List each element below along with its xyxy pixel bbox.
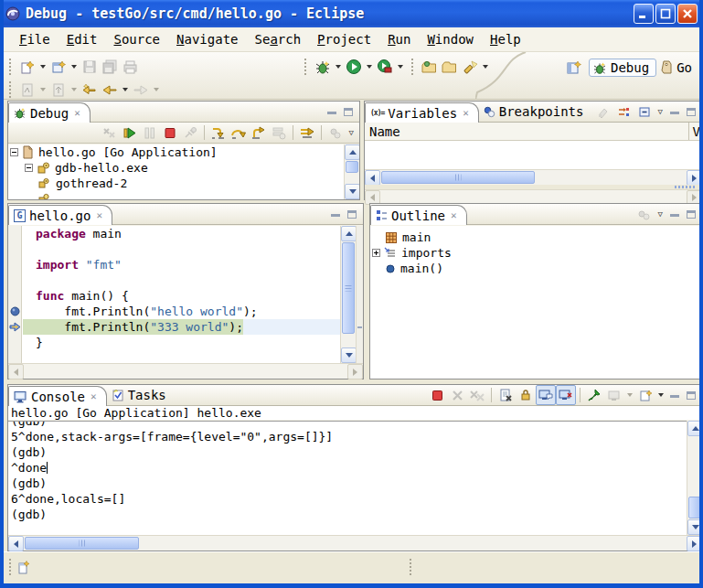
collapse-expander-icon[interactable] xyxy=(25,164,33,172)
fast-view-icon[interactable] xyxy=(16,560,31,578)
maximize-view-icon[interactable] xyxy=(347,210,357,219)
show-on-stdout-icon[interactable] xyxy=(536,385,556,405)
toolbar-grip[interactable] xyxy=(9,59,13,75)
variables-hscrollbar[interactable] xyxy=(365,169,702,185)
save-button[interactable] xyxy=(80,57,100,77)
scroll-down-icon[interactable] xyxy=(341,347,357,363)
forward-button[interactable] xyxy=(131,80,151,100)
view-menu-icon[interactable]: ▽ xyxy=(658,107,663,116)
scrollbar-thumb[interactable] xyxy=(688,497,701,519)
detail-pane-hscrollbar[interactable] xyxy=(365,189,702,204)
terminate-icon[interactable] xyxy=(160,123,180,143)
maximize-button[interactable] xyxy=(655,4,676,24)
scroll-up-icon[interactable] xyxy=(687,421,703,436)
view-menu-icon[interactable]: ▽ xyxy=(658,209,663,219)
step-return-icon[interactable] xyxy=(249,123,269,143)
tree-row-clipped[interactable] xyxy=(8,191,359,199)
back-dropdown[interactable] xyxy=(122,88,128,91)
tree-row[interactable]: gothread-2 xyxy=(8,176,359,191)
toggle-mark-occurrences-button[interactable] xyxy=(17,80,37,100)
maximize-view-icon[interactable] xyxy=(687,108,696,116)
use-step-filters-icon[interactable] xyxy=(297,123,317,143)
run-button[interactable] xyxy=(344,57,364,77)
scrollbar-thumb[interactable] xyxy=(381,171,535,184)
minimize-view-icon[interactable] xyxy=(670,395,679,398)
close-button[interactable] xyxy=(677,4,698,24)
close-icon[interactable]: ✕ xyxy=(463,107,469,119)
open-type-button[interactable] xyxy=(420,57,440,77)
scroll-down-icon[interactable] xyxy=(687,519,703,535)
tree-row[interactable]: hello.go [Go Application] xyxy=(8,144,359,160)
maximize-view-icon[interactable] xyxy=(687,391,696,400)
run-dropdown[interactable] xyxy=(367,65,372,69)
step-over-icon[interactable] xyxy=(229,123,249,143)
back-button[interactable] xyxy=(100,80,120,100)
debug-tree[interactable]: hello.go [Go Application] gdb-hello.exe … xyxy=(8,144,359,199)
maximize-view-icon[interactable] xyxy=(687,210,696,219)
clear-console-icon[interactable] xyxy=(495,385,516,405)
tab-outline[interactable]: Outline ✕ xyxy=(370,205,467,225)
close-icon[interactable]: ✕ xyxy=(96,209,102,221)
console-hscrollbar[interactable] xyxy=(8,535,702,551)
toolbar-grip[interactable] xyxy=(304,59,308,75)
overview-ruler[interactable] xyxy=(356,226,363,363)
outline-tree[interactable]: main imports main() xyxy=(370,226,702,379)
remove-terminated-icon[interactable] xyxy=(100,123,120,143)
minimize-view-icon[interactable] xyxy=(331,214,340,217)
breakpoint-icon[interactable] xyxy=(10,305,20,319)
close-icon[interactable]: ✕ xyxy=(451,209,457,221)
tab-console[interactable]: Console ✕ xyxy=(8,386,107,406)
debug-tree-vscrollbar[interactable] xyxy=(344,144,359,199)
collapse-all-icon[interactable] xyxy=(634,102,655,122)
open-console-icon[interactable] xyxy=(635,385,655,405)
statusbar-grip[interactable] xyxy=(9,559,13,575)
suspend-icon[interactable] xyxy=(140,123,160,143)
search-dropdown[interactable] xyxy=(483,65,488,69)
save-all-button[interactable] xyxy=(100,57,120,77)
forward-dropdown[interactable] xyxy=(154,88,159,91)
perspective-debug-button[interactable]: Debug xyxy=(589,59,656,77)
close-icon[interactable]: ✕ xyxy=(74,107,80,119)
scroll-left-icon[interactable] xyxy=(365,170,380,186)
pin-console-icon[interactable] xyxy=(584,385,604,405)
scrollbar-thumb[interactable] xyxy=(342,242,355,334)
view-management-icon[interactable] xyxy=(325,123,346,143)
new-wizard-dropdown[interactable] xyxy=(40,65,46,69)
perspective-go-button[interactable]: Go xyxy=(660,60,692,75)
menu-window[interactable]: Window xyxy=(419,30,482,48)
editor-hscrollbar[interactable] xyxy=(8,363,363,379)
collapse-expander-icon[interactable] xyxy=(10,148,18,156)
column-name[interactable]: Name xyxy=(365,124,400,139)
maximize-view-icon[interactable] xyxy=(344,108,353,116)
scroll-up-icon[interactable] xyxy=(341,226,357,241)
scrollbar-thumb[interactable] xyxy=(346,161,358,173)
tab-variables[interactable]: (x)= Variables ✕ xyxy=(365,102,479,123)
new-wizard-button[interactable] xyxy=(17,57,37,77)
scroll-down-icon[interactable] xyxy=(345,184,359,199)
menu-source[interactable]: Source xyxy=(105,30,168,48)
scroll-lock-icon[interactable] xyxy=(516,385,536,405)
tab-breakpoints[interactable]: Breakpoints xyxy=(479,102,597,122)
debug-launch-dropdown[interactable] xyxy=(336,65,341,69)
next-annotation-button[interactable] xyxy=(48,80,69,100)
last-edit-location-button[interactable] xyxy=(80,80,100,100)
drop-to-frame-icon[interactable] xyxy=(269,123,289,143)
outline-item[interactable]: imports xyxy=(370,245,702,261)
search-button[interactable] xyxy=(460,57,480,77)
tab-hello-go[interactable]: G hello.go ✕ xyxy=(8,205,112,225)
outline-item[interactable]: main xyxy=(370,230,702,245)
scroll-up-icon[interactable] xyxy=(345,144,359,160)
step-into-icon[interactable] xyxy=(208,123,229,143)
new-project-dropdown[interactable] xyxy=(71,65,77,69)
titlebar[interactable]: Debug - testGo/src/cmd/hello.go - Eclips… xyxy=(0,0,703,27)
toggle-mark-dropdown[interactable] xyxy=(40,88,46,91)
scrollbar-thumb[interactable] xyxy=(25,537,139,550)
tab-tasks[interactable]: Tasks xyxy=(107,385,179,405)
link-with-editor-icon[interactable] xyxy=(634,204,655,224)
menu-edit[interactable]: Edit xyxy=(59,30,106,48)
remove-launch-icon[interactable] xyxy=(447,385,467,405)
menu-navigate[interactable]: Navigate xyxy=(168,30,246,48)
expand-expander-icon[interactable] xyxy=(372,249,380,257)
tree-row[interactable]: gdb-hello.exe xyxy=(8,160,359,176)
menu-help[interactable]: Help xyxy=(482,30,529,48)
